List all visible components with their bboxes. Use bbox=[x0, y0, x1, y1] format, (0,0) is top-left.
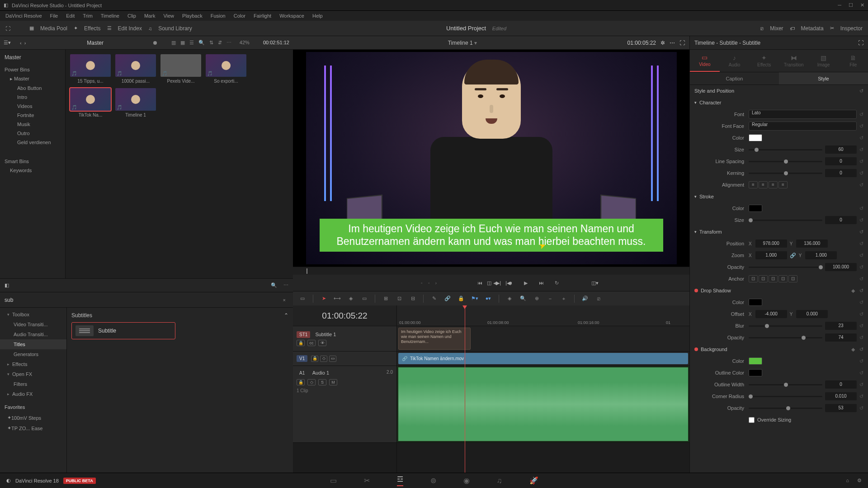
fx-effects[interactable]: ▸Effects bbox=[0, 359, 66, 369]
zoom-detail-icon[interactable]: 🔍 bbox=[518, 294, 528, 304]
home-icon[interactable]: ⌂ bbox=[846, 478, 849, 483]
anchor-5[interactable]: ⊡ bbox=[788, 275, 797, 282]
power-bins-header[interactable]: Power Bins bbox=[0, 64, 65, 74]
page-media[interactable]: ▭ bbox=[330, 476, 337, 485]
replace-clip-icon[interactable]: ⊟ bbox=[408, 294, 418, 304]
link-icon[interactable]: 🔗 bbox=[443, 294, 453, 304]
reset-icon[interactable]: ↺ bbox=[859, 382, 863, 388]
reset-icon[interactable]: ↺ bbox=[859, 182, 863, 188]
clip-item[interactable]: TikTok Na... bbox=[70, 88, 111, 117]
nav-fwd[interactable]: › bbox=[24, 40, 26, 46]
page-edit[interactable]: ☲ bbox=[397, 475, 403, 486]
bin-geld[interactable]: Geld verdienen bbox=[0, 138, 65, 147]
inspector-icon[interactable]: ✂ bbox=[830, 25, 834, 31]
video-track-header[interactable]: V1 🔒 ◇ ▭ bbox=[293, 352, 396, 366]
subtitle-track-header[interactable]: ST1 Subtitle 1 🔒cc👁 bbox=[293, 326, 396, 352]
linespacing-value[interactable]: 0 bbox=[825, 157, 857, 165]
fontface-select[interactable]: Regular bbox=[749, 122, 857, 131]
kerning-value[interactable]: 0 bbox=[825, 169, 857, 177]
lock-icon[interactable]: 🔒 bbox=[456, 294, 466, 304]
playhead[interactable] bbox=[465, 305, 465, 473]
bin-list-icon[interactable]: ☰▾ bbox=[4, 40, 11, 46]
next-edit-icon[interactable]: ▶| bbox=[496, 280, 501, 286]
reset-icon[interactable]: ↺ bbox=[859, 159, 863, 164]
selection-tool[interactable]: ➤ bbox=[319, 294, 329, 304]
mixer-toggle-icon[interactable]: ⎚ bbox=[594, 294, 604, 304]
color-swatch[interactable] bbox=[749, 134, 762, 141]
zoom-y[interactable]: 1.000 bbox=[805, 251, 837, 259]
transform-header[interactable]: Transform bbox=[699, 229, 722, 235]
bin-abo-button[interactable]: Abo Button bbox=[0, 84, 65, 93]
bin-master[interactable]: Master bbox=[0, 52, 65, 63]
play-button[interactable]: ▶ bbox=[521, 278, 531, 288]
page-fairlight[interactable]: ♫ bbox=[497, 477, 502, 485]
eye-toggle[interactable]: 👁 bbox=[318, 340, 326, 346]
menu-file[interactable]: File bbox=[47, 12, 62, 19]
anchor-3[interactable]: ⊡ bbox=[769, 275, 778, 282]
smart-bins-header[interactable]: Smart Bins bbox=[0, 156, 65, 166]
list-view-icon[interactable]: ☰ bbox=[189, 40, 194, 46]
background-header[interactable]: Background bbox=[701, 347, 727, 352]
reset-icon[interactable]: ↺ bbox=[859, 147, 863, 153]
audio-clip[interactable] bbox=[398, 367, 688, 441]
clip-item[interactable]: 15 Tipps, u... bbox=[70, 54, 111, 84]
trim-tool[interactable]: ⟷ bbox=[332, 294, 342, 304]
audio-icon[interactable]: 🔊 bbox=[580, 294, 590, 304]
menu-clip[interactable]: Clip bbox=[124, 12, 140, 19]
prev-edit-icon[interactable]: |◀ bbox=[505, 280, 510, 286]
a1-auto[interactable]: ◇ bbox=[307, 379, 316, 385]
clip-item[interactable]: So exporti... bbox=[206, 54, 246, 84]
zoom-custom-icon[interactable]: ⊕ bbox=[532, 294, 542, 304]
inspector-label[interactable]: Inspector bbox=[840, 25, 863, 32]
reset-icon[interactable]: ↺ bbox=[859, 358, 863, 364]
fx-titles[interactable]: Titles bbox=[0, 339, 66, 349]
reset-icon[interactable]: ↺ bbox=[859, 311, 863, 317]
stroke-size-value[interactable]: 0 bbox=[825, 216, 857, 224]
mark-in-dot[interactable]: ◦ bbox=[421, 280, 423, 286]
ds-opacity-slider[interactable] bbox=[749, 337, 822, 338]
align-right[interactable]: ≡ bbox=[769, 181, 778, 188]
character-header[interactable]: Character bbox=[699, 100, 721, 105]
edit-index-icon[interactable]: ☰ bbox=[107, 25, 112, 31]
viewer-timeline-name[interactable]: Timeline 1 bbox=[448, 40, 473, 46]
menu-edit[interactable]: Edit bbox=[62, 12, 78, 19]
ds-offset-y[interactable]: 0.000 bbox=[796, 310, 828, 318]
zoom-fit-icon[interactable]: ◈ bbox=[505, 294, 514, 304]
v1-auto[interactable]: ◇ bbox=[320, 356, 327, 362]
fx-search-input[interactable] bbox=[5, 297, 280, 303]
inspector-expand[interactable]: ⛶ bbox=[858, 40, 863, 46]
pos-x[interactable]: 978.000 bbox=[755, 239, 787, 248]
sort-icon[interactable]: ⇵ bbox=[218, 40, 222, 46]
align-center[interactable]: ≡ bbox=[759, 181, 768, 188]
timeline-ruler[interactable]: 01:00:00:00 01:00:08:00 01:00:16:00 01 bbox=[397, 305, 689, 326]
fullscreen-icon[interactable]: ⛶ bbox=[5, 26, 10, 31]
menu-playback[interactable]: Playback bbox=[179, 12, 206, 19]
flag-icon[interactable]: ⚑▾ bbox=[470, 294, 480, 304]
clip-item[interactable]: Timeline 1 bbox=[115, 88, 156, 117]
menu-fusion[interactable]: Fusion bbox=[207, 12, 229, 19]
reset-icon[interactable]: ↺ bbox=[859, 217, 863, 223]
effects-label[interactable]: Effects bbox=[84, 25, 100, 32]
opacity-slider[interactable] bbox=[749, 267, 822, 268]
page-fusion[interactable]: ⊚ bbox=[430, 476, 436, 485]
reset-icon[interactable]: ↺ bbox=[859, 394, 863, 399]
bg-outline-value[interactable]: 0 bbox=[825, 380, 857, 389]
fx-filters[interactable]: Filters bbox=[0, 379, 66, 389]
pos-y[interactable]: 136.000 bbox=[796, 239, 828, 248]
reset-icon[interactable]: ↺ bbox=[859, 170, 863, 176]
bin-master-sub[interactable]: ▸ Master bbox=[0, 74, 65, 84]
metadata-view-icon[interactable]: ▥ bbox=[171, 40, 176, 46]
tab-video[interactable]: ▭Video bbox=[690, 50, 720, 72]
menu-fairlight[interactable]: Fairlight bbox=[250, 12, 275, 19]
thumbnail-view-icon[interactable]: ▦ bbox=[180, 40, 185, 46]
a1-lock[interactable]: 🔒 bbox=[297, 379, 305, 385]
tab-transition[interactable]: ⧓Transition bbox=[779, 50, 809, 72]
mark-out-dot[interactable]: ◦ bbox=[428, 280, 430, 286]
align-left[interactable]: ≡ bbox=[749, 181, 758, 188]
keyframe-icon[interactable]: ◆ bbox=[851, 347, 855, 352]
reset-icon[interactable]: ↺ bbox=[859, 335, 863, 341]
viewer-expand-icon[interactable]: ⛶ bbox=[679, 40, 685, 46]
bg-opacity-value[interactable]: 53 bbox=[825, 404, 857, 412]
opacity-value[interactable]: 100.000 bbox=[825, 263, 857, 271]
subtab-style[interactable]: Style bbox=[779, 72, 868, 84]
